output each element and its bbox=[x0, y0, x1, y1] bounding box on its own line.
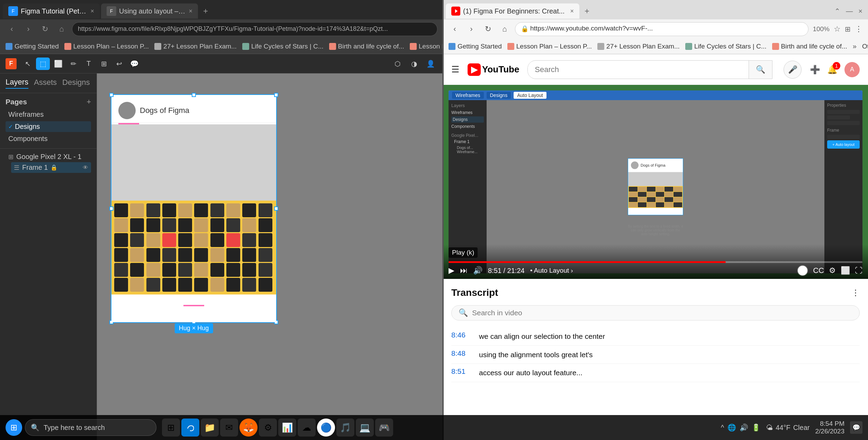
figma-tool-hand[interactable]: ↩ bbox=[112, 58, 126, 70]
taskbar-app-spotify[interactable]: 🎵 bbox=[336, 419, 354, 437]
taskbar-clock[interactable]: 8:54 PM 2/26/2023 bbox=[815, 420, 844, 435]
video-toggle[interactable] bbox=[797, 265, 808, 276]
canvas-main-frame[interactable]: Dogs of Figma bbox=[111, 94, 277, 323]
refresh-button-right[interactable]: ↻ bbox=[482, 25, 494, 34]
taskbar-arrow-icon[interactable]: ^ bbox=[721, 424, 724, 432]
transcript-search-input[interactable] bbox=[472, 309, 852, 317]
yt-bm-getting-started[interactable]: Getting Started bbox=[449, 43, 502, 50]
taskbar-volume-icon[interactable]: 🔊 bbox=[740, 423, 748, 432]
bookmark-star-icon[interactable]: ☆ bbox=[834, 25, 841, 34]
taskbar-weather[interactable]: 🌤 44°F Clear bbox=[766, 424, 810, 432]
figma-theme-icon[interactable]: ◑ bbox=[407, 58, 421, 70]
yt-win-close-icon[interactable]: × bbox=[858, 7, 862, 15]
figma-tab2-close[interactable]: × bbox=[189, 8, 192, 15]
yt-bm-other[interactable]: Other... bbox=[862, 43, 868, 50]
page-wireframes[interactable]: Wireframes bbox=[6, 109, 91, 120]
bookmark-birth[interactable]: Birth and life cycle of... bbox=[329, 43, 404, 50]
new-tab-button-right[interactable]: + bbox=[581, 5, 593, 17]
figma-tool-pen[interactable]: ✏ bbox=[66, 58, 80, 70]
taskbar-app-excel[interactable]: 📊 bbox=[278, 419, 296, 437]
back-button-right[interactable]: ‹ bbox=[449, 25, 461, 34]
figma-tool-text[interactable]: T bbox=[82, 58, 96, 70]
video-progress-bar[interactable] bbox=[449, 261, 862, 263]
figma-tool-component[interactable]: ⊞ bbox=[97, 58, 111, 70]
add-page-button[interactable]: + bbox=[87, 97, 91, 106]
figma-canvas[interactable]: Dogs of Figma bbox=[97, 73, 443, 440]
taskbar-network-icon[interactable]: 🌐 bbox=[727, 423, 736, 432]
taskbar-app-firefox[interactable]: 🦊 bbox=[239, 419, 257, 437]
taskbar-search-bar[interactable]: 🔍 Type here to search bbox=[25, 419, 156, 436]
yt-address-input[interactable]: 🔒 https://www.youtube.com/watch?v=wvF-..… bbox=[515, 22, 808, 36]
youtube-logo[interactable]: ▶ YouTube bbox=[468, 63, 519, 76]
layer-frame-item[interactable]: ☰ Frame 1 🔒 👁 bbox=[11, 162, 91, 173]
taskbar-app-edge[interactable] bbox=[181, 419, 199, 437]
notification-center-button[interactable]: 💬 bbox=[850, 421, 862, 434]
selection-handle-tl[interactable] bbox=[109, 93, 114, 97]
theater-mode-button[interactable]: ⬜ bbox=[841, 266, 850, 275]
taskbar-app-teams[interactable]: 💻 bbox=[356, 419, 374, 437]
transcript-time-3[interactable]: 8:51 bbox=[451, 367, 472, 378]
play-pause-button[interactable]: ▶ bbox=[449, 266, 454, 275]
new-tab-button-left[interactable]: + bbox=[199, 5, 212, 17]
settings-button[interactable]: ⚙ bbox=[829, 266, 836, 275]
youtube-search-button[interactable]: 🔍 bbox=[749, 61, 772, 79]
taskbar-app-settings[interactable]: ⚙ bbox=[259, 419, 277, 437]
bookmark-charles[interactable]: Lesson Plan – Charles... bbox=[410, 43, 443, 50]
fullscreen-button[interactable]: ⛶ bbox=[855, 266, 862, 275]
selection-handle-mr[interactable] bbox=[274, 206, 278, 211]
transcript-menu-icon[interactable]: ⋮ bbox=[851, 288, 860, 298]
extension-icon[interactable]: ⊞ bbox=[845, 25, 851, 33]
youtube-mic-button[interactable]: 🎤 bbox=[784, 61, 802, 79]
tab-assets[interactable]: Assets bbox=[34, 78, 57, 88]
bookmark-life-cycles[interactable]: Life Cycles of Stars | C... bbox=[242, 43, 324, 50]
selection-handle-ml[interactable] bbox=[109, 206, 114, 211]
figma-tool-move[interactable]: ↖ bbox=[21, 58, 35, 70]
address-input-left[interactable]: https://www.figma.com/file/kRlxp8NjpgWPQ… bbox=[72, 22, 437, 36]
yt-bm-27-lesson[interactable]: 27+ Lesson Plan Exam... bbox=[597, 43, 680, 50]
home-button-right[interactable]: ⌂ bbox=[498, 25, 511, 34]
bookmark-lesson-plan[interactable]: Lesson Plan – Lesson P... bbox=[64, 43, 149, 50]
yt-tab-close[interactable]: × bbox=[570, 8, 574, 15]
youtube-notifications[interactable]: 🔔 1 bbox=[827, 65, 838, 74]
tab-layers[interactable]: Layers bbox=[6, 78, 28, 89]
taskbar-app-chrome[interactable]: 🔵 bbox=[317, 419, 335, 437]
bookmark-27-lesson[interactable]: 27+ Lesson Plan Exam... bbox=[154, 43, 237, 50]
hamburger-menu-icon[interactable]: ☰ bbox=[451, 64, 459, 75]
yt-win-expand-icon[interactable]: ⌃ bbox=[834, 7, 840, 15]
figma-tab-active[interactable]: F Figma Tutorial (Petma) – Fig... × bbox=[3, 3, 100, 19]
taskbar-app-mail[interactable]: ✉ bbox=[220, 419, 238, 437]
taskbar-app-onedrive[interactable]: ☁ bbox=[298, 419, 316, 437]
skip-forward-button[interactable]: ⏭ bbox=[460, 266, 468, 275]
figma-tool-frame[interactable]: ⬚ bbox=[36, 58, 50, 70]
subtitles-button[interactable]: CC bbox=[813, 266, 824, 275]
yt-bookmarks-more[interactable]: » bbox=[853, 42, 857, 50]
forward-button-right[interactable]: › bbox=[465, 25, 478, 34]
taskbar-battery-icon[interactable]: 🔋 bbox=[752, 423, 760, 432]
taskbar-app-widgets[interactable]: ⊞ bbox=[162, 419, 180, 437]
figma-tool-comment[interactable]: 💬 bbox=[127, 58, 141, 70]
bookmark-getting-started[interactable]: Getting Started bbox=[6, 43, 59, 50]
page-designs[interactable]: ✓ Designs bbox=[6, 121, 91, 132]
youtube-search-input[interactable] bbox=[528, 62, 749, 78]
figma-account-icon[interactable]: 👤 bbox=[424, 58, 437, 70]
selection-handle-tm[interactable] bbox=[192, 93, 196, 97]
figma-tab-2[interactable]: F Using auto layout – Figma Hel... × bbox=[101, 3, 198, 19]
youtube-create-icon[interactable]: ➕ bbox=[810, 65, 820, 74]
figma-logo[interactable]: F bbox=[6, 58, 17, 69]
start-button[interactable]: ⊞ bbox=[6, 419, 22, 436]
transcript-time-1[interactable]: 8:46 bbox=[451, 331, 472, 342]
tab-designs[interactable]: Designs bbox=[62, 78, 90, 88]
youtube-user-avatar[interactable]: A bbox=[844, 62, 860, 77]
forward-button-left[interactable]: › bbox=[22, 25, 35, 34]
refresh-button-left[interactable]: ↻ bbox=[39, 25, 51, 34]
yt-tab-active[interactable]: (1) Figma For Beginners: Creat... × bbox=[446, 3, 579, 19]
settings-icon-right[interactable]: ⋮ bbox=[855, 25, 862, 34]
volume-button[interactable]: 🔊 bbox=[473, 266, 482, 275]
taskbar-app-explorer[interactable]: 📁 bbox=[201, 419, 219, 437]
yt-bm-lesson-plan[interactable]: Lesson Plan – Lesson P... bbox=[507, 43, 592, 50]
page-components[interactable]: Components bbox=[6, 133, 91, 144]
layer-group-item[interactable]: ⊞ Google Pixel 2 XL - 1 bbox=[6, 151, 91, 162]
selection-handle-tr[interactable] bbox=[274, 93, 278, 97]
figma-tab-close[interactable]: × bbox=[90, 8, 94, 15]
yt-bm-birth[interactable]: Birth and life cycle of... bbox=[772, 43, 847, 50]
